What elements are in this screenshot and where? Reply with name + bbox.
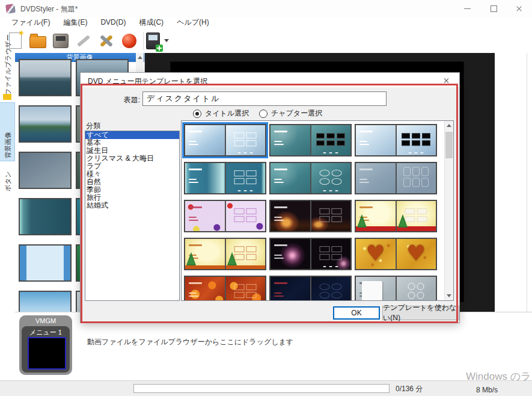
sidebar-tab-2[interactable]: ボタン — [0, 166, 14, 194]
template-frame-box — [421, 178, 429, 187]
template-frame-box — [246, 254, 257, 260]
background-thumbnail[interactable] — [19, 59, 72, 96]
template-list: ♥♥ — [181, 120, 454, 301]
template-title-page — [185, 239, 225, 269]
title-text-line — [359, 179, 367, 180]
sidebar-tab-0[interactable]: ファイルブラウザー — [0, 54, 14, 97]
template-thumb[interactable] — [355, 200, 437, 232]
minimize-button[interactable] — [457, 0, 477, 17]
title-text-line — [274, 258, 284, 259]
template-chapter-page — [311, 277, 351, 301]
template-thumb[interactable] — [355, 124, 437, 156]
category-item[interactable]: 結婚式 — [85, 202, 179, 209]
category-label: 分類 — [86, 121, 100, 131]
menu-item[interactable]: DVD(D) — [94, 17, 132, 28]
menu-item[interactable]: 編集(E) — [57, 17, 94, 28]
sidebar-tab-label: ファイルブラウザー — [4, 34, 13, 95]
christmas-tree-icon — [357, 214, 367, 227]
template-thumb[interactable]: ♥♥ — [355, 238, 437, 270]
close-button[interactable] — [509, 0, 529, 17]
template-thumb[interactable] — [184, 124, 266, 156]
template-chapter-page — [397, 277, 436, 301]
dialog-close-button[interactable] — [438, 75, 454, 86]
burn-icon — [122, 34, 136, 48]
template-thumb[interactable] — [184, 162, 266, 194]
template-thumb[interactable] — [269, 238, 352, 270]
editor-scrollbar[interactable] — [527, 53, 527, 312]
template-thumb[interactable] — [184, 276, 266, 301]
title-text-line — [274, 141, 282, 142]
template-thumb[interactable] — [184, 200, 266, 232]
template-frame-box — [234, 140, 245, 146]
no-template-button[interactable]: テンプレートを使わない(N) — [382, 306, 459, 320]
title-text-line — [189, 282, 202, 284]
template-chapter-page — [397, 163, 436, 193]
template-thumb[interactable] — [269, 200, 352, 232]
chapter-selection-radio[interactable]: チャプター選択 — [259, 108, 322, 119]
sidebar-tab-1[interactable]: 背景画像 — [0, 102, 15, 161]
menu-item[interactable]: 構成(C) — [132, 17, 170, 28]
open-project-button[interactable] — [26, 30, 49, 52]
template-frame-box — [320, 254, 330, 260]
dialog-title-bar: DVD メニュー用テンプレートを選択 — [81, 73, 459, 87]
title-text-line — [189, 206, 202, 208]
menu1-thumbnail[interactable] — [28, 337, 66, 370]
minimize-icon — [464, 8, 471, 9]
template-frame-box — [246, 178, 257, 184]
template-frame-box — [422, 140, 430, 146]
template-thumb[interactable] — [355, 276, 437, 301]
template-scrollbar[interactable] — [444, 121, 453, 300]
background-thumbnail[interactable] — [19, 105, 72, 143]
template-frame-box — [332, 170, 342, 176]
toolbar — [0, 28, 532, 53]
template-thumb[interactable] — [269, 124, 352, 156]
menu-bar: ファイル(F)編集(E)DVD(D)構成(C)ヘルプ(H) — [0, 17, 532, 28]
template-thumb[interactable] — [355, 162, 437, 194]
background-thumbnail[interactable] — [19, 244, 72, 282]
background-thumbnail[interactable] — [19, 198, 72, 235]
menu-item[interactable]: ファイル(F) — [5, 17, 57, 28]
title-text-line — [359, 131, 373, 132]
template-title-page — [185, 125, 225, 155]
template-frame-box — [412, 133, 420, 138]
settings-button[interactable] — [95, 30, 118, 52]
template-thumb[interactable] — [184, 238, 266, 270]
radio-off-icon — [259, 110, 268, 118]
nav-dots — [323, 190, 338, 191]
progress-text: 0/136 分 — [396, 384, 423, 394]
template-title-page: ♥ — [356, 239, 396, 269]
caption-label: 表題: — [106, 95, 140, 105]
template-title-page — [271, 163, 310, 193]
title-selection-radio[interactable]: タイトル選択 — [193, 108, 249, 119]
template-frame-box — [234, 216, 245, 222]
template-frame-box — [320, 178, 330, 185]
scroll-thumb[interactable] — [445, 132, 453, 158]
maximize-button[interactable] — [483, 0, 504, 17]
heart-icon: ♥ — [366, 243, 385, 264]
background-thumbnail[interactable] — [19, 152, 72, 189]
ok-button[interactable]: OK — [333, 306, 380, 320]
scroll-up-icon — [447, 124, 451, 127]
template-frame-box — [326, 140, 335, 146]
template-chapter-page — [311, 201, 351, 231]
template-thumb[interactable] — [269, 162, 352, 194]
properties-button[interactable] — [72, 30, 95, 52]
burn-button[interactable] — [118, 30, 141, 52]
maximize-icon — [491, 5, 497, 12]
nav-dots — [238, 152, 253, 153]
template-frame-box — [246, 292, 257, 298]
template-frame-box — [417, 208, 427, 214]
disc-title-input[interactable]: ディスクタイトル — [142, 91, 387, 106]
save-project-button[interactable] — [49, 30, 72, 52]
template-frame-box — [417, 292, 424, 299]
vmgm-label: VMGM — [19, 317, 72, 324]
title-text-line — [274, 131, 287, 132]
add-file-button[interactable] — [146, 30, 169, 52]
template-chapter-page — [226, 163, 266, 193]
template-title-page — [356, 163, 396, 193]
template-frame-box — [421, 167, 429, 176]
template-chapter-page — [226, 125, 266, 155]
nav-dots — [409, 152, 424, 153]
menu-item[interactable]: ヘルプ(H) — [170, 17, 216, 28]
template-thumb[interactable] — [269, 276, 352, 301]
